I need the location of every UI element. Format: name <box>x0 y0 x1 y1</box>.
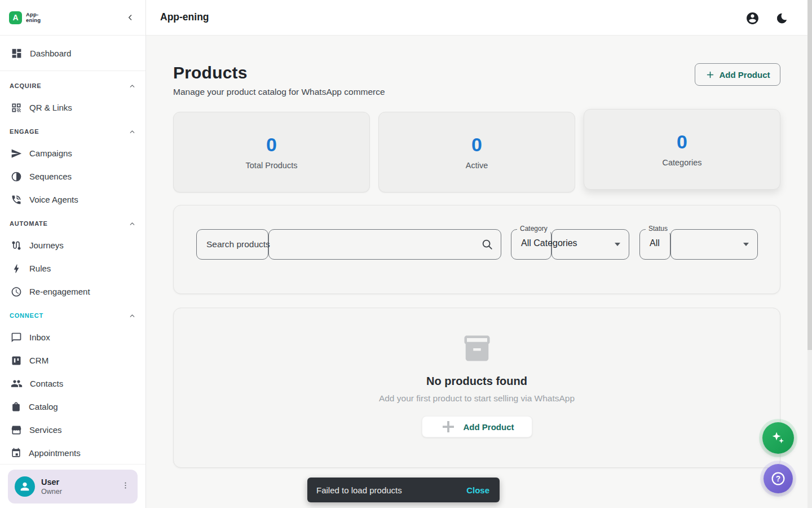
stat-value: 0 <box>266 135 277 154</box>
search-field <box>196 229 501 260</box>
stat-card-total-products: 0 Total Products <box>173 112 370 192</box>
people-icon <box>11 378 23 389</box>
sidebar-item-label: Journeys <box>29 240 64 250</box>
route-icon <box>11 240 22 251</box>
category-select[interactable]: Category All Categories <box>511 229 629 260</box>
sidebar-item-campaigns[interactable]: Campaigns <box>0 142 145 165</box>
top-header: App-ening <box>146 0 807 36</box>
page-title: Products <box>173 63 248 82</box>
toast-close-button[interactable]: Close <box>465 483 491 497</box>
stat-label: Total Products <box>246 161 298 170</box>
section-header-acquire[interactable]: ACQUIRE <box>0 76 145 96</box>
sidebar-item-label: Services <box>29 425 62 435</box>
sparkles-icon <box>770 430 786 446</box>
stat-card-categories: 0 Categories <box>584 109 780 190</box>
section-header-engage[interactable]: ENGAGE <box>0 121 145 142</box>
section-header-automate[interactable]: AUTOMATE <box>0 213 145 234</box>
lightning-bolt-icon <box>11 263 22 274</box>
kanban-board-icon <box>11 355 22 366</box>
sidebar-item-label: Rules <box>29 264 51 273</box>
stats-row: 0 Total Products 0 Active 0 Categories <box>173 112 780 192</box>
scrollbar-thumb[interactable] <box>807 0 812 350</box>
chevron-up-icon <box>129 220 136 227</box>
user-card[interactable]: User Owner <box>8 470 138 503</box>
sidebar-item-catalog[interactable]: Catalog <box>0 395 145 418</box>
sidebar-item-appointments[interactable]: Appointments <box>0 441 145 464</box>
add-product-button[interactable]: Add Product <box>695 63 780 86</box>
phone-in-talk-icon <box>11 194 22 205</box>
sidebar-item-label: Appointments <box>29 448 81 458</box>
app-logo-text: App- ening <box>26 12 41 23</box>
sidebar-item-sequences[interactable]: Sequences <box>0 165 145 188</box>
sidebar-item-journeys[interactable]: Journeys <box>0 234 145 257</box>
svg-text:?: ? <box>776 475 780 483</box>
toast-notification: Failed to load products Close <box>307 478 500 502</box>
person-icon <box>19 480 31 493</box>
ai-assistant-fab[interactable] <box>762 422 794 454</box>
header-title: App-ening <box>160 11 209 23</box>
sidebar-item-voice-agents[interactable]: Voice Agents <box>0 188 145 211</box>
sidebar-item-rules[interactable]: Rules <box>0 257 145 280</box>
toast-message: Failed to load products <box>316 485 402 495</box>
empty-state-title: No products found <box>426 375 527 388</box>
search-input[interactable] <box>196 229 501 260</box>
sidebar-item-label: QR & Links <box>29 103 72 112</box>
sidebar-item-re-engagement[interactable]: Re-engagement <box>0 280 145 303</box>
stat-value: 0 <box>677 132 687 151</box>
divider <box>0 71 145 71</box>
empty-add-product-button[interactable]: Add Product <box>422 416 532 437</box>
sidebar-item-inbox[interactable]: Inbox <box>0 326 145 349</box>
user-menu-button[interactable] <box>119 479 132 494</box>
sidebar-item-contacts[interactable]: Contacts <box>0 372 145 395</box>
sidebar-item-label: Campaigns <box>29 148 72 158</box>
app-logo-icon: A <box>9 11 22 24</box>
dashboard-icon <box>11 47 23 59</box>
category-value: All Categories <box>521 238 577 248</box>
chevron-up-icon <box>129 312 136 319</box>
sidebar-item-qr-links[interactable]: QR & Links <box>0 96 145 119</box>
sidebar-nav: Dashboard ACQUIRE QR & Links ENGAGE Camp… <box>0 36 145 464</box>
chat-bubble-icon <box>11 332 22 343</box>
help-fab[interactable]: ? <box>764 464 793 493</box>
account-circle-icon <box>745 11 760 25</box>
sidebar-item-label: Voice Agents <box>29 195 78 204</box>
sidebar-collapse-button[interactable] <box>123 10 138 25</box>
app-logo-letter: A <box>12 13 18 22</box>
sidebar-item-label: CRM <box>29 356 48 365</box>
sidebar-item-services[interactable]: Services <box>0 418 145 441</box>
stat-label: Categories <box>662 158 701 167</box>
sidebar-item-dashboard[interactable]: Dashboard <box>0 41 145 65</box>
calendar-icon <box>11 448 21 458</box>
sidebar-item-crm[interactable]: CRM <box>0 349 145 372</box>
dark-mode-toggle[interactable] <box>774 11 789 25</box>
sidebar-item-label: Sequences <box>29 172 72 181</box>
inventory-box-icon <box>462 333 492 366</box>
chevron-up-icon <box>129 128 136 135</box>
user-name: User <box>41 478 62 487</box>
status-select[interactable]: Status All <box>639 229 758 260</box>
empty-state-panel: No products found Add your first product… <box>173 308 780 468</box>
chevron-up-icon <box>129 82 136 90</box>
sidebar-item-label: Contacts <box>30 379 63 388</box>
half-circle-icon <box>11 171 22 182</box>
sidebar-item-label: Inbox <box>29 332 50 342</box>
category-label: Category <box>517 225 550 233</box>
storefront-icon <box>11 424 22 436</box>
page-subtitle: Manage your product catalog for WhatsApp… <box>173 87 385 97</box>
section-header-connect[interactable]: CONNECT <box>0 305 145 326</box>
stat-value: 0 <box>471 135 482 154</box>
chevron-left-icon <box>126 13 135 22</box>
send-icon <box>11 148 22 159</box>
plus-icon <box>440 418 457 435</box>
empty-state-subtitle: Add your first product to start selling … <box>379 393 575 404</box>
stat-card-active: 0 Active <box>378 112 575 192</box>
sidebar-header: A App- ening <box>0 0 145 36</box>
dropdown-caret-icon <box>615 243 620 246</box>
status-value: All <box>650 238 660 248</box>
sidebar: A App- ening Dashboard ACQUIRE QR & Link… <box>0 0 146 508</box>
status-label: Status <box>646 225 670 233</box>
account-button[interactable] <box>745 11 760 25</box>
kebab-menu-icon <box>121 481 130 490</box>
help-icon: ? <box>770 470 787 487</box>
scrollbar-track <box>807 0 812 508</box>
